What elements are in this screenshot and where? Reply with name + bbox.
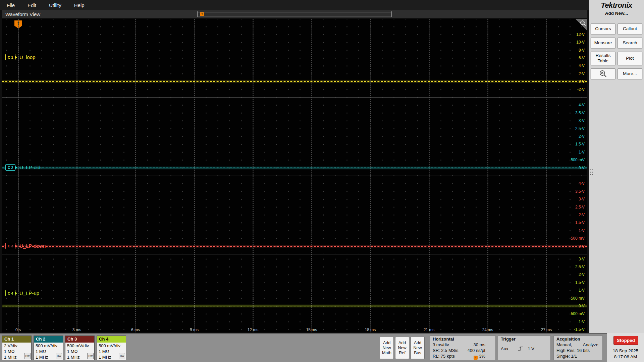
trace-U_LP-old[interactable] xyxy=(2,168,587,168)
bandwidth-badge-icon: Bw xyxy=(56,353,62,359)
band-separator xyxy=(2,176,587,176)
acquisition-detail: High Res: 16 bits xyxy=(556,348,590,353)
measure-button[interactable]: Measure xyxy=(591,38,615,48)
channel-card-body: 500 mV/div1 MΩ1 MHzBw xyxy=(97,343,126,360)
waveform-view-titlebar: Waveform View T xyxy=(2,10,587,19)
time-label: 24 ms xyxy=(476,327,499,332)
trace-U_loop[interactable] xyxy=(2,81,587,82)
scale-label: 2.5 V xyxy=(554,205,585,209)
plot-button[interactable]: Plot xyxy=(618,52,642,65)
channel-badge-1[interactable]: C 1 xyxy=(5,54,15,60)
time-label: 27 ms xyxy=(535,327,558,332)
channel-badge-4[interactable]: C 4 xyxy=(5,290,15,296)
time-label: 15 ms xyxy=(300,327,323,332)
scale-label: -2 V xyxy=(554,87,585,92)
scale-label: 1.5 V xyxy=(554,281,585,285)
trigger-panel[interactable]: Trigger Aux 1 V xyxy=(498,336,551,360)
scale-label: 2.5 V xyxy=(554,127,585,131)
results-table-button[interactable]: Results Table xyxy=(591,52,615,65)
channel-trace-label[interactable]: U_loop xyxy=(19,54,36,60)
bandwidth-badge-icon: Bw xyxy=(87,353,94,359)
cursors-button[interactable]: Cursors xyxy=(591,23,615,34)
magnifier-waveform-icon xyxy=(599,70,607,78)
grid-band-3 xyxy=(2,176,587,254)
acquisition-title: Acquisition xyxy=(556,337,600,342)
add-new-math-button[interactable]: AddNewMath xyxy=(380,337,394,359)
scale-label: 1.5 V xyxy=(554,142,585,146)
scale-label: 0 V xyxy=(554,304,585,308)
menu-edit[interactable]: Edit xyxy=(28,2,36,8)
scale-label: 2 V xyxy=(554,134,585,138)
scale-label: 8 V xyxy=(554,48,585,52)
trigger-level: 1 V xyxy=(528,346,534,351)
horizontal-position-indicator[interactable]: T xyxy=(197,12,392,16)
bottom-status-bar: Horizontal 3 ms/div 30 ms SR: 2.5 MS/s 4… xyxy=(0,333,607,362)
scale-label: 4 V xyxy=(554,103,585,107)
scale-label: 500 mV xyxy=(554,236,585,240)
scale-label: 2 V xyxy=(554,72,585,76)
channel-trace-label[interactable]: U_LP-down xyxy=(19,243,46,249)
sample-resolution: 400 ns/pt xyxy=(468,348,486,353)
date-time: 18 Sep 2025 8:17:08 AM xyxy=(607,348,644,360)
record-length: RL: 75 kpts xyxy=(433,353,455,360)
channel-trace-label[interactable]: U_LP-old xyxy=(19,164,41,171)
waveform-view-panel: Waveform View T T 12 V10 V8 V6 V4 V2 V0 … xyxy=(2,10,587,333)
grid-band-1 xyxy=(2,19,587,97)
menu-help[interactable]: Help xyxy=(74,2,85,8)
acquisition-panel[interactable]: Acquisition Manual, Analyze High Res: 16… xyxy=(553,336,603,360)
channel-card-2[interactable]: Ch 2500 mV/div1 MΩ1 MHzBw xyxy=(34,336,63,360)
channel-card-1[interactable]: Ch 12 V/div1 MΩ1 MHzBw xyxy=(2,336,32,360)
channel-card-body: 2 V/div1 MΩ1 MHzBw xyxy=(2,343,31,360)
add-new-bus-button[interactable]: AddNewBus xyxy=(411,337,425,359)
channel-badge-3[interactable]: C 3 xyxy=(5,243,15,249)
scale-label: 1 V xyxy=(554,288,585,292)
callout-button[interactable]: Callout xyxy=(618,23,642,34)
trace-U_LP-up[interactable] xyxy=(2,306,587,306)
channel-badge-2[interactable]: C 2 xyxy=(5,164,15,171)
scale-label: 4 V xyxy=(554,64,585,68)
scale-label: 12 V xyxy=(554,33,585,37)
add-new-button-grid: CursorsCalloutMeasureSearchResults Table… xyxy=(591,23,642,79)
menu-file[interactable]: File xyxy=(7,2,15,8)
time-label: 12 ms xyxy=(241,327,265,332)
scale-label: 1 V xyxy=(554,229,585,233)
channel-card-3[interactable]: Ch 3500 mV/div1 MΩ1 MHzBw xyxy=(65,336,95,360)
time-label: 0 s xyxy=(6,327,30,332)
search-button[interactable]: Search xyxy=(618,38,642,48)
bandwidth-badge-icon: Bw xyxy=(119,353,125,359)
band-separator xyxy=(2,254,587,254)
add-new-heading: Add New... xyxy=(589,11,644,16)
horizontal-panel[interactable]: Horizontal 3 ms/div 30 ms SR: 2.5 MS/s 4… xyxy=(430,336,496,360)
panel-splitter-handle[interactable] xyxy=(589,168,593,176)
add-new-ref-button[interactable]: AddNewRef xyxy=(395,337,409,359)
date-label: 18 Sep 2025 xyxy=(607,348,644,354)
scale-label: 6 V xyxy=(554,56,585,60)
sample-rate: SR: 2.5 MS/s xyxy=(433,348,459,353)
horizontal-window: 30 ms xyxy=(474,342,485,348)
horizontal-scale: 3 ms/div xyxy=(433,342,449,348)
scale-label: 0 V xyxy=(554,166,585,170)
scale-label: 500 mV xyxy=(554,158,585,162)
acquisition-mode: Manual, xyxy=(556,342,572,348)
scale-label: 2 V xyxy=(554,213,585,217)
bandwidth-badge-icon: Bw xyxy=(24,353,31,359)
bottom-right-block: Stopped 18 Sep 2025 8:17:08 AM xyxy=(607,333,644,362)
time-label: 18 ms xyxy=(359,327,382,332)
right-sidebar: Tektronix Add New... CursorsCalloutMeasu… xyxy=(589,0,644,333)
run-stop-button[interactable]: Stopped xyxy=(613,336,638,345)
zoom-tool-button[interactable] xyxy=(591,68,615,79)
time-label: 3 ms xyxy=(65,327,89,332)
menu-utility[interactable]: Utility xyxy=(49,2,61,8)
trace-U_LP-down[interactable] xyxy=(2,246,587,247)
acquisition-analyze: Analyze xyxy=(583,342,598,348)
channel-trace-label[interactable]: U_LP-up xyxy=(19,290,39,296)
scale-label: 0 V xyxy=(554,244,585,248)
more-button[interactable]: More... xyxy=(618,68,642,79)
scale-label: 2 V xyxy=(554,273,585,277)
channel-card-4[interactable]: Ch 4500 mV/div1 MΩ1 MHzBw xyxy=(97,336,126,360)
trigger-position-marker[interactable]: T xyxy=(200,12,204,16)
scale-label: 3 V xyxy=(554,197,585,201)
time-label: 8:17:08 AM xyxy=(607,354,644,360)
rising-edge-icon xyxy=(518,346,524,351)
oscilloscope-screen: FileEditUtilityHelp Waveform View T T 12… xyxy=(0,0,644,362)
